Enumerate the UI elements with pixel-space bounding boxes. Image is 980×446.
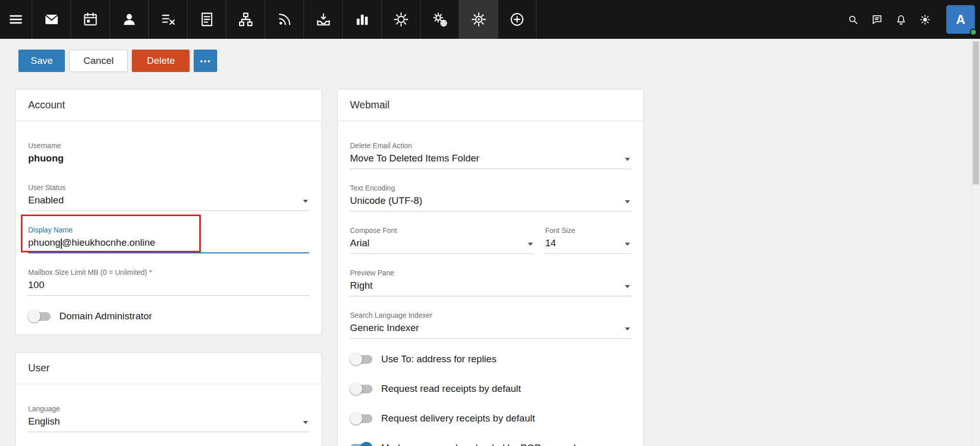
settings-content: Account Username phuong User Status Enab… — [15, 89, 980, 446]
nav-domains[interactable] — [226, 0, 265, 39]
domain-administrator-toggle[interactable] — [28, 312, 51, 321]
font-size-select[interactable]: Font Size 14 — [545, 226, 631, 254]
chevron-down-icon — [625, 243, 630, 246]
contacts-person-icon — [121, 11, 137, 28]
action-toolbar: Save Cancel Delete ••• — [18, 50, 980, 72]
username-field: Username phuong — [28, 142, 309, 169]
save-button[interactable]: Save — [18, 50, 65, 72]
settings-gear-icon — [393, 11, 409, 28]
nav-new-item[interactable] — [498, 0, 536, 39]
delete-button[interactable]: Delete — [132, 50, 190, 72]
app-nav — [32, 0, 536, 39]
nav-reports[interactable] — [342, 0, 381, 39]
calendar-icon — [82, 11, 99, 28]
nav-settings[interactable] — [381, 0, 420, 39]
tasks-list-icon — [160, 11, 176, 28]
nav-notes[interactable] — [187, 0, 226, 39]
chevron-down-icon — [625, 327, 630, 331]
chat-icon[interactable] — [871, 14, 883, 26]
scrollbar-thumb[interactable] — [973, 41, 979, 184]
webmail-card-title: Webmail — [338, 89, 643, 121]
use-to-address-toggle[interactable] — [350, 355, 372, 364]
file-storage-inbox-icon — [315, 11, 332, 28]
account-card: Account Username phuong User Status Enab… — [15, 89, 322, 335]
nav-file-storage[interactable] — [304, 0, 342, 39]
user-card: User Language English — [15, 352, 322, 446]
top-navigation-bar: A — [0, 0, 980, 39]
system-settings-gear-icon — [471, 11, 487, 28]
cancel-button[interactable]: Cancel — [69, 50, 128, 72]
user-card-title: User — [16, 353, 321, 384]
use-to-address-toggle-row: Use To: address for replies — [350, 354, 631, 365]
more-actions-button[interactable]: ••• — [194, 50, 217, 72]
theme-sun-icon[interactable] — [919, 14, 931, 26]
chevron-down-icon — [625, 158, 630, 161]
new-item-plus-icon — [509, 11, 525, 28]
rss-feed-icon — [276, 11, 293, 28]
avatar[interactable]: A — [946, 5, 975, 34]
display-name-text-after-cursor: @hieukhocnhe.online — [62, 237, 155, 248]
topbar-right-actions: A — [847, 0, 980, 39]
chevron-down-icon — [528, 243, 533, 246]
search-icon[interactable] — [847, 14, 859, 26]
compose-font-select[interactable]: Compose Font Arial — [350, 226, 534, 254]
user-status-select[interactable]: User Status Enabled — [28, 183, 309, 211]
online-status-dot — [970, 29, 977, 36]
nav-rss-feeds[interactable] — [265, 0, 304, 39]
chevron-down-icon — [625, 285, 630, 288]
notes-document-icon — [199, 11, 215, 28]
read-receipts-toggle-row: Request read receipts by default — [350, 383, 631, 394]
nav-tasks[interactable] — [148, 0, 187, 39]
nav-contacts[interactable] — [109, 0, 148, 39]
preview-pane-select[interactable]: Preview Pane Right — [350, 269, 631, 296]
delete-email-action-select[interactable]: Delete Email Action Move To Deleted Item… — [350, 142, 631, 169]
text-encoding-select[interactable]: Text Encoding Unicode (UTF-8) — [350, 184, 631, 212]
reports-bar-chart-icon — [354, 11, 370, 28]
chevron-down-icon — [303, 421, 308, 424]
org-chart-icon — [238, 11, 254, 28]
nav-calendar[interactable] — [71, 0, 109, 39]
chevron-down-icon — [303, 200, 308, 203]
mail-icon — [43, 11, 60, 28]
delivery-receipts-toggle[interactable] — [350, 414, 372, 423]
pop-mark-read-toggle-row: Mark messages downloaded by POP as read — [350, 442, 631, 446]
bell-icon[interactable] — [895, 14, 907, 26]
delivery-receipts-toggle-row: Request delivery receipts by default — [350, 413, 631, 424]
language-select[interactable]: Language English — [28, 405, 309, 432]
display-name-input[interactable]: Display Name phuong@hieukhocnhe.online — [28, 226, 309, 253]
scrollbar[interactable] — [971, 39, 980, 446]
display-name-text-before-cursor: phuong — [28, 237, 60, 248]
domain-settings-gear-globe-icon — [432, 11, 448, 28]
nav-domain-settings[interactable] — [420, 0, 459, 39]
account-card-title: Account — [16, 89, 321, 121]
avatar-initial: A — [956, 12, 965, 27]
domain-administrator-toggle-row: Domain Administrator — [28, 311, 309, 322]
hamburger-menu-icon[interactable] — [0, 0, 32, 39]
nav-system-settings[interactable] — [459, 0, 498, 39]
chevron-down-icon — [625, 200, 630, 203]
webmail-card: Webmail Delete Email Action Move To Dele… — [337, 89, 644, 446]
search-language-indexer-select[interactable]: Search Language Indexer Generic Indexer — [350, 311, 631, 339]
mailbox-size-input[interactable]: Mailbox Size Limit MB (0 = Unlimited) * … — [28, 268, 309, 296]
read-receipts-toggle[interactable] — [350, 385, 372, 393]
pop-mark-read-toggle[interactable] — [350, 444, 372, 446]
nav-email[interactable] — [32, 0, 71, 39]
